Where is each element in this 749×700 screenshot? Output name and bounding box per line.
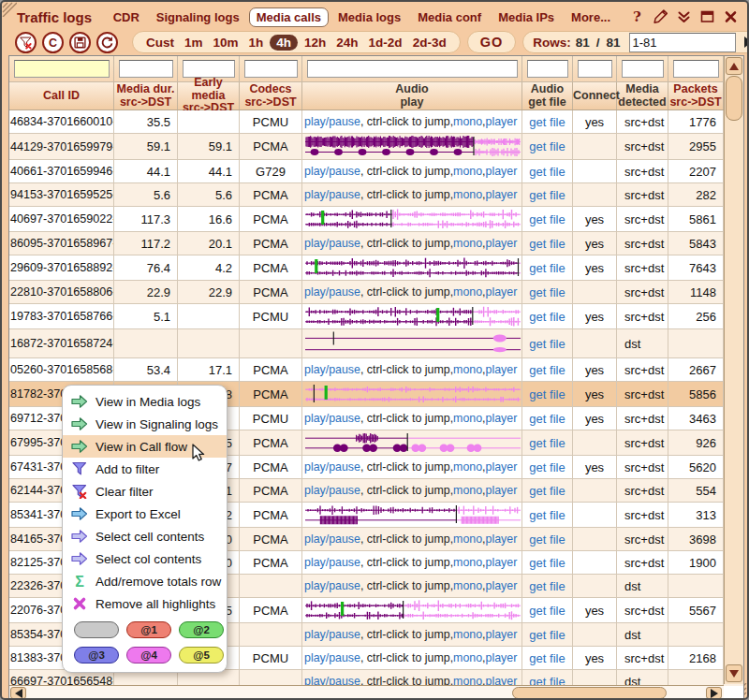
player-link[interactable]: player	[486, 532, 518, 546]
play-pause-link[interactable]: play/pause	[304, 556, 360, 569]
play-pause-link[interactable]: play/pause	[304, 188, 360, 201]
tab-media-ips[interactable]: Media IPs	[491, 7, 562, 27]
audio-waveform[interactable]	[304, 305, 521, 328]
filter-input-codecs[interactable]	[244, 60, 298, 78]
table-row[interactable]: 40661-3701659946-44.144.1G729play/pause,…	[9, 160, 743, 183]
play-pause-link[interactable]: play/pause	[304, 115, 360, 128]
audio-waveform[interactable]	[304, 599, 521, 621]
tab-media-conf[interactable]: Media conf	[410, 7, 489, 27]
player-link[interactable]: player	[486, 285, 518, 299]
play-pause-link[interactable]: play/pause	[304, 237, 360, 250]
horizontal-scroll-thumb[interactable]	[512, 687, 667, 699]
columns-button[interactable]: C	[42, 32, 64, 53]
table-row[interactable]: 16872-3701658724-get filedst	[9, 329, 743, 358]
get-file-link[interactable]: get file	[529, 412, 565, 426]
audio-waveform[interactable]	[304, 330, 521, 357]
filter-input-media_dur[interactable]	[119, 60, 173, 78]
vertical-scrollbar[interactable]	[724, 56, 743, 684]
get-file-link[interactable]: get file	[529, 212, 565, 226]
get-file-link[interactable]: get file	[529, 139, 565, 153]
scroll-left-button[interactable]	[10, 687, 26, 699]
table-row[interactable]: 44129-3701659979-59.159.1PCMAget filesrc…	[9, 134, 743, 160]
column-header-media_detected[interactable]: Mediadetected	[617, 82, 668, 109]
menu-item-select-cell-contents[interactable]: Select cell contents	[63, 525, 227, 547]
maximize-icon[interactable]	[698, 8, 716, 26]
highlight-color-button-at5[interactable]: @5	[179, 647, 224, 664]
player-link[interactable]: player	[486, 460, 518, 474]
time-button-2d-3d[interactable]: 2d-3d	[409, 35, 450, 51]
highlight-color-button-at1[interactable]: @1	[126, 621, 171, 638]
filter-input-call_id[interactable]	[14, 60, 110, 78]
mono-link[interactable]: mono	[453, 532, 482, 546]
play-pause-link[interactable]: play/pause	[304, 579, 360, 592]
mono-link[interactable]: mono	[453, 412, 482, 425]
scroll-right-button[interactable]	[706, 687, 722, 699]
table-row[interactable]: 22810-3701658806-22.922.9PCMAplay/pause,…	[9, 281, 743, 304]
mono-link[interactable]: mono	[453, 484, 482, 497]
get-file-link[interactable]: get file	[529, 165, 565, 179]
menu-item-view-in-media-logs[interactable]: View in Media logs	[63, 390, 227, 413]
audio-waveform[interactable]	[304, 431, 521, 454]
column-header-audio_play[interactable]: Audioplay	[302, 82, 522, 109]
highlight-color-button-at2[interactable]: @2	[179, 621, 224, 638]
get-file-link[interactable]: get file	[529, 532, 565, 547]
get-file-link[interactable]: get file	[529, 628, 565, 642]
column-header-codecs[interactable]: Codecssrc->DST	[240, 82, 302, 109]
mono-link[interactable]: mono	[453, 165, 482, 178]
mono-link[interactable]: mono	[453, 237, 482, 250]
play-pause-link[interactable]: play/pause	[304, 363, 360, 376]
get-file-link[interactable]: get file	[529, 310, 565, 324]
tab-more-[interactable]: More...	[564, 7, 618, 27]
scroll-down-button[interactable]	[726, 664, 742, 682]
mono-link[interactable]: mono	[453, 188, 482, 201]
menu-item-add-remove-totals-row[interactable]: ΣAdd/remove totals row	[63, 570, 227, 592]
scroll-up-button[interactable]	[726, 57, 742, 75]
mono-link[interactable]: mono	[453, 115, 482, 128]
player-link[interactable]: player	[486, 628, 518, 641]
table-row[interactable]: 46834-3701660010-35.5PCMUplay/pause, ctr…	[9, 110, 743, 134]
player-link[interactable]: player	[486, 363, 518, 376]
mono-link[interactable]: mono	[453, 363, 482, 376]
tab-cdr[interactable]: CDR	[106, 7, 147, 27]
get-file-link[interactable]: get file	[529, 285, 565, 299]
time-button-12h[interactable]: 12h	[301, 35, 330, 51]
filter-input-connect[interactable]	[578, 60, 612, 78]
highlight-color-button-at3[interactable]: @3	[74, 647, 119, 664]
save-button[interactable]	[69, 32, 91, 53]
time-button-24h[interactable]: 24h	[332, 35, 361, 51]
time-button-cust[interactable]: Cust	[142, 35, 178, 51]
column-header-connect[interactable]: Connect	[573, 82, 617, 109]
get-file-link[interactable]: get file	[529, 556, 565, 570]
play-pause-link[interactable]: play/pause	[304, 628, 360, 641]
get-file-link[interactable]: get file	[529, 363, 565, 377]
audio-waveform[interactable]	[304, 256, 521, 279]
player-link[interactable]: player	[486, 412, 518, 425]
time-button-4h[interactable]: 4h	[270, 35, 298, 51]
column-header-audio_get_file[interactable]: Audioget file	[522, 82, 573, 109]
time-button-1d-2d[interactable]: 1d-2d	[365, 35, 406, 51]
get-file-link[interactable]: get file	[529, 508, 565, 522]
get-file-link[interactable]: get file	[529, 460, 565, 474]
play-pause-link[interactable]: play/pause	[304, 285, 360, 299]
player-link[interactable]: player	[486, 237, 518, 250]
audio-waveform[interactable]	[304, 208, 521, 230]
time-button-10m[interactable]: 10m	[210, 35, 242, 51]
audio-waveform[interactable]	[304, 135, 521, 158]
mono-link[interactable]: mono	[453, 579, 482, 592]
table-row[interactable]: 05260-3701658568-53.417.1PCMAplay/pause,…	[9, 358, 743, 382]
player-link[interactable]: player	[486, 651, 518, 664]
tab-signaling-logs[interactable]: Signaling logs	[149, 7, 247, 27]
mono-link[interactable]: mono	[453, 556, 482, 569]
play-pause-link[interactable]: play/pause	[304, 412, 360, 425]
horizontal-scrollbar[interactable]	[9, 685, 724, 700]
get-file-link[interactable]: get file	[529, 188, 565, 202]
mono-link[interactable]: mono	[453, 651, 482, 664]
filter-off-button[interactable]	[15, 32, 37, 53]
filter-input-packets[interactable]	[673, 60, 719, 78]
table-row[interactable]: 94153-3701659525-5.65.6PCMAplay/pause, c…	[9, 183, 743, 207]
filter-input-audio_get_file[interactable]	[527, 60, 568, 78]
filter-input-audio_play[interactable]	[307, 60, 518, 78]
table-row[interactable]: 29609-3701658892-76.44.2PCMAget fileyess…	[9, 255, 743, 281]
table-row[interactable]: 40697-3701659022-117.316.6PCMAget fileye…	[9, 207, 743, 232]
player-link[interactable]: player	[486, 165, 518, 178]
